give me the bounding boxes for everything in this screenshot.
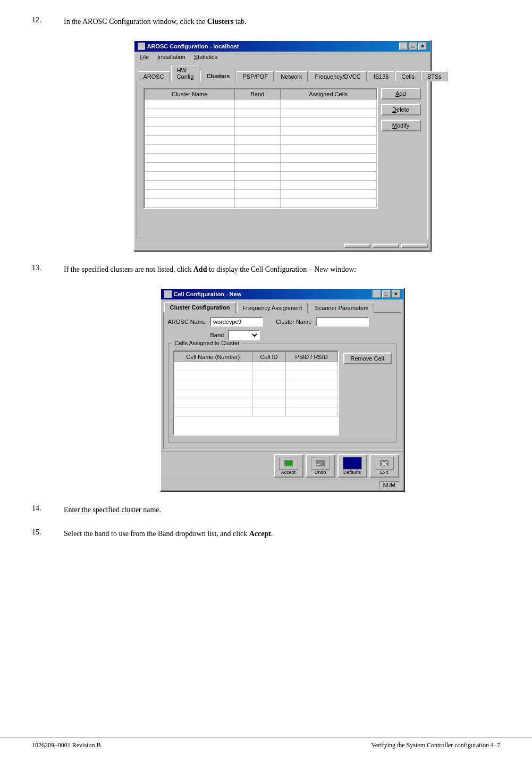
cell-config-screenshot: Cell Configuration - New _ □ ✕ Cluster C… [64,288,500,491]
footer-right: Verifying the System Controller configur… [371,741,500,749]
table-row-empty-9 [145,172,376,181]
cell-config-table: Cell Name (Number) Cell ID PSID / RSID [174,352,338,416]
tab-cluster-config[interactable]: Cluster Configuration [164,302,236,313]
band-row: Band [168,330,396,340]
step-12-text: In the AROSC Configuration window, click… [64,16,500,27]
arosc-name-input[interactable] [210,317,263,327]
cell-titlebar: Cell Configuration - New _ □ ✕ [161,289,403,299]
accept-button-label: Accept [281,470,296,475]
tab-cells[interactable]: Cells [395,71,420,81]
arosc-apply-button[interactable] [401,244,428,248]
table-row-empty-10 [145,181,376,190]
remove-cell-button[interactable]: Remove Cell [343,353,392,364]
cell-window-icon [164,290,172,298]
cell-tabs: Cluster Configuration Frequency Assignme… [161,299,403,312]
arosc-delete-button[interactable]: Delete [381,104,421,115]
step-15-text: Select the band to use from the Band dro… [64,528,500,539]
arosc-right-panel: Add Delete Modify [381,88,421,211]
arosc-table-container: Cluster Name Band Assigned Cells [143,88,378,209]
tab-frequencydvcc[interactable]: Frequency/DVCC [309,71,366,81]
cell-table-container: Cell Name (Number) Cell ID PSID / RSID [173,350,339,436]
table-row-empty-2 [145,108,376,118]
arosc-menu-statistics[interactable]: Statistics [191,53,221,61]
arosc-cluster-table: Cluster Name Band Assigned Cells [145,89,377,208]
arosc-screenshot: AROSC Configuration - localhost _ □ ✕ Fi… [64,40,500,251]
arosc-menu-installation[interactable]: Installation [154,53,189,61]
tab-hwconfig[interactable]: HW Config [171,65,200,81]
tab-scanner-parameters[interactable]: Scanner Parameters [309,303,374,313]
step-13-number: 13. [32,264,64,272]
arosc-window-icon [138,43,145,50]
arosc-add-button[interactable]: Add [381,88,421,99]
arosc-tab-content: Cluster Name Band Assigned Cells [137,81,428,239]
exit-button-label: Exit [380,470,388,475]
tab-psppof[interactable]: PSP/POF [237,71,274,81]
cell-window-controls: _ □ ✕ [373,290,400,298]
table-row-empty-1 [145,99,376,108]
cells-assigned-group: Cells Assigned to Cluster Cell Name (Num… [168,344,396,442]
remove-cell-panel: Remove Cell [343,350,392,438]
col-band: Band [234,89,280,99]
step-13: 13. If the specified clusters are not li… [32,264,500,275]
arosc-tabs: AROSC HW Config Clusters PSP/POF Network… [134,62,430,81]
undo-icon-button[interactable]: ↩ Undo [306,454,335,478]
cell-row-empty-5 [174,398,337,407]
undo-button-label: Undo [315,470,326,475]
page-footer: 1026209−0001 Revision B Verifying the Sy… [0,738,532,749]
arosc-main-area: Cluster Name Band Assigned Cells [141,86,423,213]
tab-arosc[interactable]: AROSC [138,71,170,81]
table-row-empty-11 [145,190,376,199]
cell-row-empty-3 [174,380,337,389]
table-row-empty-12 [145,199,376,208]
cells-assigned-inner: Cell Name (Number) Cell ID PSID / RSID [173,350,392,438]
arosc-minimize-btn[interactable]: _ [399,43,408,50]
svg-text:↩: ↩ [317,462,321,467]
exit-icon [379,459,390,467]
table-row-empty-3 [145,118,376,127]
cell-row-empty-2 [174,371,337,380]
arosc-title: AROSC Configuration - localhost [147,43,239,49]
cell-tab-content: AROSC Name Cluster Name Band Ce [163,312,401,449]
table-row-empty-8 [145,163,376,172]
band-label: Band [210,332,224,338]
arosc-menubar: File Installation Statistics [134,52,430,62]
band-select[interactable] [228,330,260,340]
cell-bottom-buttons: Accept ↩ Undo [161,452,403,480]
tab-is136[interactable]: IS136 [368,71,395,81]
col-psid-rsid: PSID / RSID [285,352,337,362]
arosc-maximize-btn[interactable]: □ [409,43,417,50]
cell-row-empty-1 [174,362,337,371]
table-row-empty-7 [145,154,376,163]
arosc-ok-button[interactable] [344,244,370,248]
cell-title: Cell Configuration - New [174,291,242,297]
exit-icon-button[interactable]: Exit [369,454,399,478]
arosc-modify-button[interactable]: Modify [381,120,421,131]
table-row-empty-5 [145,136,376,145]
arosc-cancel-button[interactable] [373,244,399,248]
tab-clusters[interactable]: Clusters [200,71,235,81]
col-cell-name: Cell Name (Number) [174,352,252,362]
accept-icon-button[interactable]: Accept [274,454,303,478]
defaults-icon-button[interactable]: Defaults [337,454,367,478]
cell-row-empty-6 [174,407,337,416]
table-row-empty-6 [145,145,376,154]
defaults-icon [347,459,358,467]
statusbar-num: NUM [379,481,399,489]
col-cluster-name: Cluster Name [145,89,234,99]
cluster-name-input[interactable] [316,317,369,327]
cell-maximize-btn[interactable]: □ [382,290,391,298]
cells-table-wrapper: Cell Name (Number) Cell ID PSID / RSID [173,350,339,438]
table-row-empty-4 [145,127,376,136]
arosc-menu-file[interactable]: File [137,53,153,61]
tab-frequency-assignment[interactable]: Frequency Assignment [237,303,308,313]
cell-config-frame: Cell Configuration - New _ □ ✕ Cluster C… [160,288,404,491]
arosc-close-btn[interactable]: ✕ [418,43,427,50]
arosc-name-row: AROSC Name Cluster Name [168,317,396,327]
tab-network[interactable]: Network [275,71,308,81]
arosc-name-label: AROSC Name [168,319,206,325]
tab-btss[interactable]: BTSs [421,71,447,81]
cells-assigned-label: Cells Assigned to Cluster [173,340,242,346]
cell-minimize-btn[interactable]: _ [373,290,381,298]
cell-close-btn[interactable]: ✕ [392,290,400,298]
accept-icon [283,459,294,467]
